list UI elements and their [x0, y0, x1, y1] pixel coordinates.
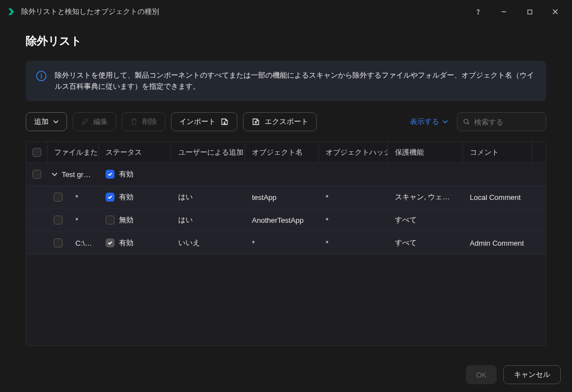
svg-rect-3	[527, 9, 531, 13]
table-header: ファイルまた... ステータス ユーザーによる追加 オブジェクト名 オブジェクト…	[26, 142, 546, 163]
info-banner: 除外リストを使用して、製品コンポーネントのすべてまたは一部の機能によるスキャンか…	[26, 61, 546, 101]
cell-status: 有効	[119, 238, 134, 248]
export-icon	[251, 117, 260, 126]
delete-button-label: 削除	[142, 117, 157, 127]
cell-user: いいえ	[178, 238, 200, 248]
cell-user: はい	[178, 215, 193, 225]
edit-button: 編集	[73, 112, 116, 131]
cell-file: *	[75, 193, 78, 202]
svg-point-1	[478, 13, 478, 14]
cell-object-hash: *	[326, 216, 328, 224]
app-logo-icon	[7, 7, 16, 16]
cell-protection: スキャン, ウェブ脅威...	[395, 192, 456, 202]
table-row[interactable]: *有効はいtestApp*スキャン, ウェブ脅威...Local Comment	[26, 186, 546, 209]
edit-button-label: 編集	[93, 117, 108, 127]
status-label: 有効	[119, 169, 134, 179]
info-icon	[36, 70, 47, 82]
titlebar: 除外リストと検知したオブジェクトの種別	[0, 0, 572, 23]
svg-point-9	[464, 119, 468, 123]
ok-button: OK	[466, 365, 497, 384]
toolbar: 追加 編集 削除 インポート エクスポート 表示する	[26, 112, 546, 131]
select-all-checkbox[interactable]	[32, 148, 41, 157]
header-comment[interactable]: コメント	[463, 142, 532, 162]
cell-object-name: *	[252, 239, 255, 247]
status-checkbox[interactable]	[106, 170, 115, 179]
cell-object-name: testApp	[252, 193, 277, 202]
delete-button: 削除	[122, 112, 165, 131]
svg-rect-8	[41, 75, 42, 79]
table-row[interactable]: C:\test\te...有効いいえ**すべてAdmin Comment	[26, 232, 546, 255]
chevron-down-icon	[442, 119, 448, 125]
cell-object-hash: *	[326, 239, 328, 247]
header-tail	[532, 142, 546, 162]
cell-comment: Admin Comment	[470, 239, 524, 247]
chevron-down-icon	[53, 119, 59, 125]
header-object-name[interactable]: オブジェクト名	[245, 142, 319, 162]
status-checkbox[interactable]	[106, 216, 115, 224]
chevron-down-icon[interactable]	[51, 170, 58, 178]
cell-protection: すべて	[395, 215, 417, 225]
import-icon	[220, 117, 229, 126]
table-row[interactable]: *無効はいAnotherTestApp*すべて	[26, 209, 546, 232]
cell-status: 有効	[119, 192, 134, 202]
close-button[interactable]	[545, 4, 565, 20]
search-icon	[463, 118, 470, 126]
show-dropdown[interactable]: 表示する	[407, 117, 451, 127]
page-title: 除外リスト	[26, 34, 546, 49]
search-input[interactable]	[474, 118, 540, 126]
trash-icon	[130, 118, 138, 126]
cell-protection: すべて	[395, 238, 417, 248]
group-row[interactable]: Test gro... 有効	[26, 163, 546, 186]
window: 除外リストと検知したオブジェクトの種別 除外リスト 除外リストを使用して、製品コ…	[0, 0, 572, 392]
cell-status: 無効	[119, 215, 134, 225]
header-status[interactable]: ステータス	[99, 142, 171, 162]
header-object-hash[interactable]: オブジェクトハッシュ	[319, 142, 388, 162]
header-checkbox-cell	[26, 142, 47, 162]
show-dropdown-label: 表示する	[410, 117, 439, 127]
cell-file: C:\test\te...	[75, 239, 92, 247]
row-checkbox[interactable]	[32, 170, 41, 179]
svg-point-7	[41, 74, 42, 75]
add-button-label: 追加	[34, 117, 49, 127]
export-button-label: エクスポート	[265, 117, 308, 127]
header-file[interactable]: ファイルまた...	[47, 142, 99, 162]
table: ファイルまた... ステータス ユーザーによる追加 オブジェクト名 オブジェクト…	[26, 141, 546, 346]
search-box[interactable]	[457, 112, 546, 131]
help-button[interactable]	[468, 4, 488, 20]
cell-user: はい	[178, 192, 193, 202]
header-user[interactable]: ユーザーによる追加	[171, 142, 245, 162]
import-button[interactable]: インポート	[171, 112, 237, 131]
cell-object-name: AnotherTestApp	[252, 216, 304, 224]
maximize-button[interactable]	[519, 4, 540, 20]
import-button-label: インポート	[179, 117, 216, 127]
footer: OK キャンセル	[0, 357, 572, 392]
status-checkbox[interactable]	[106, 238, 115, 247]
row-checkbox[interactable]	[54, 216, 63, 224]
group-name: Test gro...	[61, 170, 92, 179]
row-checkbox[interactable]	[54, 193, 63, 202]
add-button[interactable]: 追加	[26, 112, 67, 131]
cell-object-hash: *	[326, 193, 328, 202]
status-checkbox[interactable]	[106, 193, 115, 202]
cell-comment: Local Comment	[470, 193, 521, 202]
row-checkbox[interactable]	[54, 238, 63, 247]
cancel-button[interactable]: キャンセル	[503, 365, 561, 384]
minimize-button[interactable]	[494, 4, 514, 20]
header-protection[interactable]: 保護機能	[388, 142, 463, 162]
info-text: 除外リストを使用して、製品コンポーネントのすべてまたは一部の機能によるスキャンか…	[55, 70, 536, 92]
svg-line-10	[468, 123, 469, 125]
export-button[interactable]: エクスポート	[243, 112, 317, 131]
cell-file: *	[75, 216, 78, 224]
content: 除外リスト 除外リストを使用して、製品コンポーネントのすべてまたは一部の機能によ…	[0, 23, 572, 357]
window-title: 除外リストと検知したオブジェクトの種別	[21, 7, 159, 17]
pencil-icon	[81, 118, 89, 126]
